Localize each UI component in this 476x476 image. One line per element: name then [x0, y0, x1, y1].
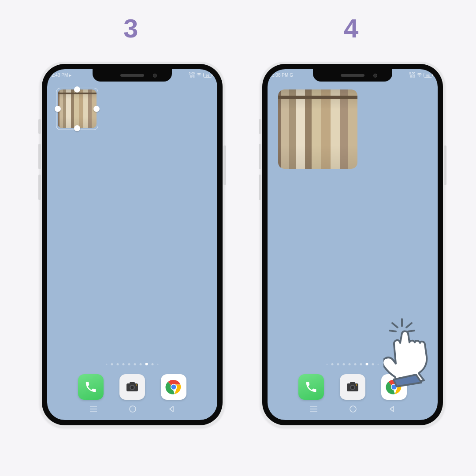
- svg-point-10: [171, 385, 176, 390]
- camera-icon: [125, 379, 140, 394]
- step-label-4: 4: [344, 13, 358, 44]
- phone-mockup-left: 2:43 PM ▸ 0.00 B/S 98: [40, 62, 225, 428]
- chrome-app-icon[interactable]: [161, 374, 186, 400]
- svg-rect-19: [350, 382, 355, 384]
- svg-rect-16: [432, 74, 433, 76]
- notch: [313, 69, 392, 82]
- status-indicator: ▸: [69, 73, 71, 78]
- widget-photo-image: [278, 89, 357, 169]
- svg-line-33: [390, 331, 396, 331]
- notch: [93, 69, 172, 82]
- svg-point-7: [136, 384, 137, 385]
- photo-widget[interactable]: [278, 89, 357, 169]
- volume-down-button: [259, 175, 261, 200]
- phone-app-icon[interactable]: [298, 374, 324, 400]
- home-screen[interactable]: 2:43 PM ▸ 0.00 B/S 98: [47, 69, 217, 420]
- phone-icon: [84, 380, 97, 394]
- svg-point-6: [131, 386, 134, 389]
- camera-app-icon[interactable]: [119, 374, 145, 400]
- mute-switch: [38, 119, 41, 134]
- resize-handle-top[interactable]: [74, 86, 80, 93]
- dock: [47, 374, 217, 400]
- wifi-icon: [416, 73, 422, 77]
- front-camera: [153, 74, 157, 78]
- menu-icon: [310, 406, 318, 412]
- nav-home-button[interactable]: [349, 405, 357, 413]
- nav-home-button[interactable]: [129, 405, 137, 413]
- triangle-left-icon: [388, 405, 395, 413]
- svg-point-29: [350, 406, 356, 412]
- resize-frame: [56, 88, 98, 130]
- status-time: 2:43 PM: [52, 73, 68, 78]
- nav-back-button[interactable]: [168, 405, 175, 413]
- status-time: 3:08 PM: [272, 73, 288, 78]
- resize-handle-right[interactable]: [93, 106, 100, 112]
- svg-text:98: 98: [426, 74, 430, 77]
- step-label-3: 3: [123, 13, 138, 44]
- svg-text:98: 98: [206, 74, 209, 77]
- chrome-icon: [165, 378, 182, 396]
- nav-menu-button[interactable]: [310, 406, 318, 412]
- net-rate: 0.00: [189, 72, 195, 75]
- svg-rect-1: [212, 74, 213, 76]
- svg-line-34: [408, 331, 414, 331]
- menu-icon: [89, 406, 97, 412]
- resize-handle-bottom[interactable]: [74, 125, 80, 131]
- tap-hand-icon: [383, 317, 450, 388]
- circle-icon: [349, 405, 357, 413]
- svg-point-21: [351, 386, 354, 389]
- camera-app-icon[interactable]: [340, 374, 365, 400]
- speaker-grill: [341, 74, 364, 77]
- speaker-grill: [120, 74, 144, 77]
- svg-line-31: [392, 323, 398, 327]
- status-indicator: G: [290, 73, 293, 78]
- phone-icon: [305, 380, 318, 394]
- nav-back-button[interactable]: [388, 405, 395, 413]
- mute-switch: [259, 119, 261, 134]
- triangle-left-icon: [168, 405, 175, 413]
- page-indicator[interactable]: [106, 363, 159, 365]
- power-button: [223, 145, 226, 185]
- net-rate-unit: B/S: [190, 75, 195, 78]
- navigation-bar: [47, 402, 217, 416]
- volume-up-button: [259, 144, 261, 169]
- svg-point-22: [356, 384, 357, 385]
- resize-handle-left[interactable]: [55, 106, 61, 112]
- svg-line-32: [406, 323, 412, 327]
- page-indicator[interactable]: [327, 363, 379, 365]
- net-rate-unit: B/S: [410, 75, 415, 78]
- nav-menu-button[interactable]: [89, 406, 97, 412]
- battery-icon: 98: [203, 73, 213, 78]
- power-button: [444, 145, 446, 185]
- photo-widget-editing[interactable]: [58, 89, 97, 128]
- circle-icon: [129, 405, 137, 413]
- svg-rect-4: [130, 382, 135, 384]
- volume-down-button: [38, 175, 41, 200]
- wifi-icon: [196, 73, 202, 77]
- net-rate: 0.00: [409, 72, 415, 75]
- svg-point-14: [130, 406, 136, 412]
- camera-icon: [345, 379, 360, 394]
- front-camera: [373, 74, 377, 78]
- phone-app-icon[interactable]: [78, 374, 104, 400]
- battery-icon: 98: [424, 73, 433, 78]
- volume-up-button: [38, 144, 41, 169]
- navigation-bar: [268, 402, 438, 416]
